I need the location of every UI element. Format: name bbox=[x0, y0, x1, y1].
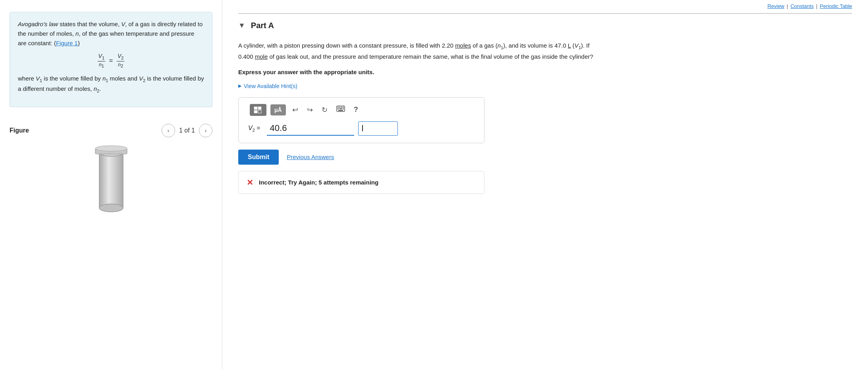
help-button[interactable]: ? bbox=[351, 104, 361, 115]
svg-rect-14 bbox=[338, 108, 339, 110]
breadcrumb-review[interactable]: Review bbox=[768, 3, 785, 9]
avogadro-law-text: Avogadro's law states that the volume, V… bbox=[18, 19, 204, 48]
next-figure-button[interactable]: › bbox=[199, 124, 212, 137]
svg-rect-6 bbox=[258, 107, 261, 110]
figure-section: Figure ‹ 1 of 1 › bbox=[10, 124, 212, 137]
answer-label: V2 = bbox=[248, 125, 260, 133]
grid-button[interactable] bbox=[250, 104, 266, 116]
figure-image bbox=[10, 144, 212, 216]
submit-button[interactable]: Submit bbox=[238, 150, 279, 165]
figure-link[interactable]: Figure 1 bbox=[56, 40, 78, 46]
question-text: A cylinder, with a piston pressing down … bbox=[238, 40, 596, 62]
collapse-arrow-icon[interactable]: ▼ bbox=[238, 21, 245, 30]
svg-rect-12 bbox=[341, 107, 342, 108]
redo-button[interactable]: ↪ bbox=[305, 104, 315, 116]
units-button[interactable]: μÅ bbox=[270, 104, 286, 115]
answer-value-input[interactable] bbox=[267, 121, 354, 136]
part-title: Part A bbox=[251, 21, 274, 30]
answer-toolbar: μÅ ↩ ↪ ↻ ? bbox=[247, 104, 476, 116]
left-panel: Avogadro's law states that the volume, V… bbox=[0, 0, 222, 369]
submit-row: Submit Previous Answers bbox=[238, 150, 852, 165]
svg-point-4 bbox=[95, 146, 127, 151]
refresh-button[interactable]: ↻ bbox=[319, 104, 330, 116]
svg-rect-13 bbox=[343, 107, 344, 108]
info-box: Avogadro's law states that the volume, V… bbox=[10, 12, 212, 107]
svg-rect-15 bbox=[339, 108, 342, 110]
error-icon: ✕ bbox=[247, 178, 253, 187]
hint-link[interactable]: View Available Hint(s) bbox=[238, 83, 852, 89]
breadcrumb-periodic-table[interactable]: Periodic Table bbox=[820, 3, 852, 9]
grid-icon bbox=[254, 106, 262, 113]
error-box: ✕ Incorrect; Try Again; 5 attempts remai… bbox=[238, 171, 484, 194]
answer-units-input[interactable] bbox=[358, 121, 398, 136]
previous-answers-link[interactable]: Previous Answers bbox=[287, 154, 334, 160]
cylinder-svg bbox=[87, 144, 135, 216]
answer-container: μÅ ↩ ↪ ↻ ? bbox=[238, 97, 484, 143]
right-panel: Review | Constants | Periodic Table ▼ Pa… bbox=[222, 0, 868, 369]
svg-rect-16 bbox=[343, 108, 344, 110]
part-header: ▼ Part A bbox=[238, 13, 852, 37]
keyboard-icon bbox=[336, 106, 345, 112]
breadcrumb: Review | Constants | Periodic Table bbox=[238, 0, 852, 13]
svg-rect-8 bbox=[258, 110, 261, 113]
svg-point-2 bbox=[99, 204, 123, 212]
breadcrumb-constants[interactable]: Constants bbox=[791, 3, 814, 9]
error-message: Incorrect; Try Again; 5 attempts remaini… bbox=[259, 179, 378, 186]
svg-rect-7 bbox=[254, 110, 257, 113]
svg-rect-11 bbox=[339, 107, 340, 108]
answer-row: V2 = bbox=[247, 121, 476, 136]
undo-button[interactable]: ↩ bbox=[290, 104, 301, 116]
svg-rect-17 bbox=[338, 110, 343, 111]
formula-description: where V1 is the volume filled by n1 mole… bbox=[18, 74, 204, 95]
prev-figure-button[interactable]: ‹ bbox=[162, 124, 175, 137]
svg-rect-10 bbox=[338, 107, 339, 108]
figure-label: Figure bbox=[10, 127, 29, 134]
formula-display: V1 n1 = V2 n2 bbox=[18, 53, 204, 69]
figure-page-indicator: 1 of 1 bbox=[179, 127, 195, 134]
figure-navigation: ‹ 1 of 1 › bbox=[162, 124, 212, 137]
svg-rect-0 bbox=[99, 152, 123, 208]
instruction-text: Express your answer with the appropriate… bbox=[238, 67, 596, 77]
svg-rect-5 bbox=[254, 107, 257, 110]
keyboard-button[interactable] bbox=[334, 104, 347, 115]
